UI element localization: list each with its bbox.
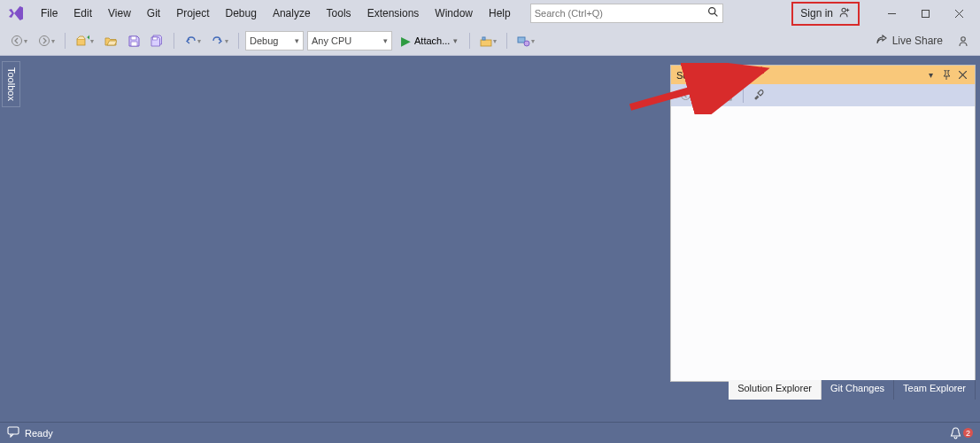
svg-point-2 xyxy=(842,8,845,12)
svg-rect-6 xyxy=(922,10,929,17)
menu-view[interactable]: View xyxy=(101,4,138,23)
solution-explorer-tabs: Solution Explorer Git Changes Team Explo… xyxy=(729,380,976,400)
platform-combo[interactable]: Any CPU ▾ xyxy=(307,31,392,51)
svg-rect-14 xyxy=(131,42,137,46)
svg-point-0 xyxy=(708,8,714,14)
redo-button[interactable]: ▾ xyxy=(208,31,232,51)
panel-close-icon[interactable] xyxy=(955,68,969,82)
svg-rect-18 xyxy=(518,37,525,43)
toolbar: ▾ ▾ ✦▾ ▾ ▾ Debug ▾ Any CPU ▾ ▶ Attach...… xyxy=(0,27,980,56)
menu-git[interactable]: Git xyxy=(140,4,167,23)
solution-explorer-content xyxy=(671,106,975,381)
svg-point-20 xyxy=(961,37,966,42)
visual-studio-logo-icon xyxy=(5,3,27,24)
svg-rect-13 xyxy=(131,36,136,40)
toolbox-label: Toolbox xyxy=(6,67,17,101)
se-back-button[interactable] xyxy=(676,87,694,105)
config-combo[interactable]: Debug ▾ xyxy=(245,31,304,51)
window-controls xyxy=(876,3,975,24)
menu-project[interactable]: Project xyxy=(169,4,216,23)
menu-debug[interactable]: Debug xyxy=(219,4,264,23)
notification-count: 2 xyxy=(963,428,973,438)
workarea: Toolbox Solution Explorer ▾ Solution Exp… xyxy=(0,56,980,422)
menu-extensions[interactable]: Extensions xyxy=(360,4,427,23)
maximize-button[interactable] xyxy=(909,3,941,24)
menu-file[interactable]: File xyxy=(34,4,65,23)
nav-back-button[interactable]: ▾ xyxy=(7,31,31,51)
search-icon[interactable] xyxy=(707,6,719,20)
solution-explorer-panel: Solution Explorer ▾ xyxy=(670,65,976,382)
person-add-icon xyxy=(838,6,851,21)
panel-dropdown-icon[interactable]: ▾ xyxy=(923,68,938,82)
svg-rect-15 xyxy=(153,37,158,40)
svg-point-24 xyxy=(702,91,711,100)
config-combo-value: Debug xyxy=(250,35,278,46)
tab-solution-explorer[interactable]: Solution Explorer xyxy=(729,380,822,400)
svg-text:✦: ✦ xyxy=(86,35,89,42)
play-icon: ▶ xyxy=(401,34,411,48)
close-button[interactable] xyxy=(943,3,975,24)
status-ready: Ready xyxy=(25,428,53,439)
svg-point-9 xyxy=(12,36,22,46)
se-forward-button[interactable] xyxy=(698,87,715,105)
pin-icon[interactable] xyxy=(939,68,953,82)
svg-line-1 xyxy=(714,13,717,16)
undo-button[interactable]: ▾ xyxy=(181,31,204,51)
search-box[interactable] xyxy=(530,4,723,23)
platform-combo-value: Any CPU xyxy=(312,35,351,46)
tab-git-changes[interactable]: Git Changes xyxy=(822,380,894,400)
feedback-icon[interactable] xyxy=(953,31,973,51)
toolbar-button-b[interactable]: ▾ xyxy=(513,31,538,51)
chat-icon[interactable] xyxy=(7,426,19,439)
statusbar: Ready 2 xyxy=(0,422,980,443)
sign-in-label: Sign in xyxy=(800,7,833,19)
toolbar-button-a[interactable]: ▾ xyxy=(476,31,500,51)
live-share-button[interactable]: Live Share xyxy=(868,31,950,51)
solution-explorer-title: Solution Explorer xyxy=(676,70,922,81)
attach-label: Attach... xyxy=(414,35,450,46)
menu-analyze[interactable]: Analyze xyxy=(266,4,318,23)
save-all-button[interactable] xyxy=(147,31,167,51)
svg-point-23 xyxy=(681,91,690,100)
svg-point-10 xyxy=(40,36,50,46)
menubar: File Edit View Git Project Debug Analyze… xyxy=(0,0,980,27)
svg-point-19 xyxy=(524,41,529,46)
live-share-label: Live Share xyxy=(892,35,943,47)
nav-forward-button[interactable]: ▾ xyxy=(35,31,58,51)
open-file-button[interactable] xyxy=(101,31,120,51)
svg-rect-16 xyxy=(481,40,491,46)
se-home-button[interactable] xyxy=(719,87,737,105)
menu-tools[interactable]: Tools xyxy=(320,4,359,23)
notifications-button[interactable]: 2 xyxy=(950,427,973,439)
svg-rect-17 xyxy=(482,37,485,40)
se-properties-button[interactable] xyxy=(750,87,768,105)
menu-items: File Edit View Git Project Debug Analyze… xyxy=(34,4,518,23)
attach-button[interactable]: ▶ Attach... ▾ xyxy=(396,31,463,51)
search-input[interactable] xyxy=(535,8,707,19)
svg-rect-11 xyxy=(77,39,85,45)
share-icon xyxy=(876,34,888,49)
chevron-down-icon: ▾ xyxy=(295,36,299,45)
new-project-button[interactable]: ✦▾ xyxy=(72,31,97,51)
save-button[interactable] xyxy=(124,31,143,51)
chevron-down-icon: ▾ xyxy=(453,36,458,45)
sign-in-button[interactable]: Sign in xyxy=(791,2,860,26)
solution-explorer-titlebar: Solution Explorer ▾ xyxy=(671,66,975,84)
svg-rect-27 xyxy=(8,427,19,434)
toolbox-tab[interactable]: Toolbox xyxy=(2,61,20,107)
tab-team-explorer[interactable]: Team Explorer xyxy=(894,380,976,400)
solution-explorer-toolbar xyxy=(671,84,975,106)
menu-edit[interactable]: Edit xyxy=(66,4,99,23)
menu-window[interactable]: Window xyxy=(428,4,480,23)
menu-help[interactable]: Help xyxy=(482,4,518,23)
chevron-down-icon: ▾ xyxy=(383,36,388,45)
minimize-button[interactable] xyxy=(876,3,907,24)
